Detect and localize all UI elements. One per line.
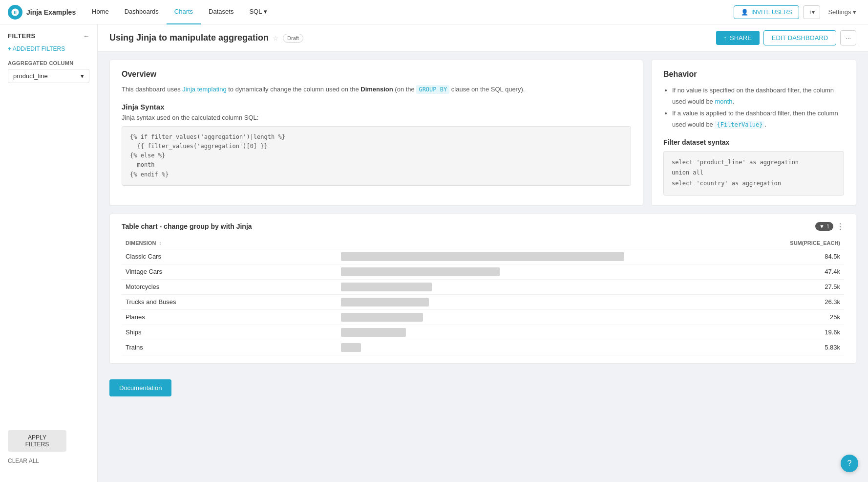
filter-dataset-code: select 'product_line' as aggregation uni…	[663, 151, 844, 196]
dashboard-header: Using Jinja to manipulate aggregation ☆ …	[98, 24, 868, 52]
nav-items: Home Dashboards Charts Datasets SQL ▾	[84, 0, 734, 24]
cell-label: Trains	[122, 340, 337, 355]
cell-value: 5.83k	[630, 340, 844, 355]
apply-filters-button[interactable]: APPLY FILTERS	[8, 430, 66, 452]
chart-actions: ▼ 1 ⋮	[815, 222, 844, 231]
behavior-title: Behavior	[663, 70, 844, 79]
cell-bar	[337, 279, 630, 294]
add-button[interactable]: +▾	[803, 5, 820, 19]
cell-label: Classic Cars	[122, 249, 337, 264]
app-logo[interactable]	[8, 5, 22, 20]
chevron-down-icon: ▾	[81, 72, 84, 80]
cell-value: 26.3k	[630, 294, 844, 309]
settings-button[interactable]: Settings ▾	[824, 5, 860, 19]
cell-label: Ships	[122, 325, 337, 340]
cell-bar	[337, 309, 630, 325]
bar-visual	[341, 313, 423, 322]
data-table: dimension ↕ SUM(price_each) Classic Cars…	[122, 237, 844, 355]
aggregated-column-select[interactable]: product_line ▾	[8, 69, 89, 83]
add-edit-filters-link[interactable]: + ADD/EDIT FILTERS	[8, 45, 89, 52]
top-navigation: Jinja Examples Home Dashboards Charts Da…	[0, 0, 868, 24]
documentation-button[interactable]: Documentation	[109, 379, 171, 396]
nav-datasets[interactable]: Datasets	[201, 0, 241, 24]
top-row: Overview This dashboard uses Jinja templ…	[109, 60, 856, 206]
more-options-button[interactable]: ···	[840, 30, 856, 45]
col-bar	[337, 237, 630, 249]
sort-icon[interactable]: ↕	[159, 241, 161, 246]
invite-users-button[interactable]: 👤 INVITE USERS	[734, 5, 799, 19]
cell-bar	[337, 294, 630, 309]
dashboard-title-row: Using Jinja to manipulate aggregation ☆ …	[109, 33, 303, 43]
chart-title: Table chart - change group by with Jinja	[122, 222, 252, 230]
behavior-list: If no value is specified on the dashboar…	[663, 85, 844, 131]
draft-badge: Draft	[283, 34, 303, 43]
bar-visual	[341, 267, 500, 276]
bar-visual	[341, 252, 624, 261]
jinja-templating-link[interactable]: Jinja templating	[182, 86, 226, 93]
table-row: Planes 25k	[122, 309, 844, 325]
topnav-right: 👤 INVITE USERS +▾ Settings ▾	[734, 5, 860, 19]
table-row: Trucks and Buses 26.3k	[122, 294, 844, 309]
behavior-item-1: If no value is specified on the dashboar…	[672, 85, 844, 108]
table-row: Vintage Cars 47.4k	[122, 264, 844, 279]
table-row: Trains 5.83k	[122, 340, 844, 355]
filter-dataset-title: Filter dataset syntax	[663, 138, 844, 146]
bar-visual	[341, 283, 432, 291]
jinja-code-block: {% if filter_values('aggregation')|lengt…	[122, 126, 631, 186]
filter-value-code: {FilterValue}	[715, 121, 764, 129]
nav-sql[interactable]: SQL ▾	[241, 0, 275, 24]
month-link[interactable]: month	[715, 98, 732, 105]
bar-visual	[341, 328, 406, 337]
nav-charts[interactable]: Charts	[167, 0, 201, 24]
sidebar-bottom: APPLY FILTERS CLEAR ALL	[8, 430, 89, 474]
edit-dashboard-button[interactable]: EDIT DASHBOARD	[763, 30, 836, 45]
collapse-sidebar-icon[interactable]: ←	[83, 32, 89, 40]
col-dimension: dimension ↕	[122, 237, 337, 249]
table-header: dimension ↕ SUM(price_each)	[122, 237, 844, 249]
docs-area: Documentation	[98, 372, 868, 404]
sidebar-header: Filters ←	[8, 32, 89, 40]
sql-dropdown-icon: ▾	[264, 8, 267, 15]
overview-description: This dashboard uses Jinja templating to …	[122, 85, 631, 95]
cell-label: Planes	[122, 309, 337, 325]
aggregated-column-label: Aggregated column	[8, 60, 89, 66]
cell-value: 47.4k	[630, 264, 844, 279]
jinja-syntax-title: Jinja Syntax	[122, 103, 631, 111]
table-row: Motorcycles 27.5k	[122, 279, 844, 294]
cell-value: 25k	[630, 309, 844, 325]
behavior-item-2: If a value is applied to the dashboard f…	[672, 108, 844, 131]
app-name: Jinja Examples	[26, 8, 76, 16]
share-button[interactable]: ↑ SHARE	[716, 31, 760, 45]
star-icon[interactable]: ☆	[273, 34, 279, 42]
group-by-code: GROUP BY	[416, 85, 449, 94]
help-button[interactable]: ?	[841, 455, 858, 472]
behavior-card: Behavior If no value is specified on the…	[651, 60, 856, 206]
table-body: Classic Cars 84.5k Vintage Cars 47.4k Mo…	[122, 249, 844, 355]
content-area: Using Jinja to manipulate aggregation ☆ …	[98, 24, 868, 482]
overview-card: Overview This dashboard uses Jinja templ…	[109, 60, 643, 206]
dashboard-actions: ↑ SHARE EDIT DASHBOARD ···	[716, 30, 856, 45]
cell-value: 27.5k	[630, 279, 844, 294]
jinja-syntax-subtitle: Jinja syntax used on the calculated colu…	[122, 114, 631, 121]
bar-visual	[341, 298, 429, 307]
cell-bar	[337, 249, 630, 264]
cell-label: Motorcycles	[122, 279, 337, 294]
sidebar: Filters ← + ADD/EDIT FILTERS Aggregated …	[0, 24, 98, 482]
chart-more-button[interactable]: ⋮	[836, 222, 844, 231]
nav-home[interactable]: Home	[84, 0, 117, 24]
cell-label: Vintage Cars	[122, 264, 337, 279]
nav-dashboards[interactable]: Dashboards	[117, 0, 167, 24]
clear-all-button[interactable]: CLEAR ALL	[8, 456, 89, 466]
cell-bar	[337, 264, 630, 279]
bar-visual	[341, 343, 361, 352]
cell-label: Trucks and Buses	[122, 294, 337, 309]
main-layout: Filters ← + ADD/EDIT FILTERS Aggregated …	[0, 24, 868, 482]
cell-value: 84.5k	[630, 249, 844, 264]
person-icon: 👤	[741, 9, 748, 16]
cell-value: 19.6k	[630, 325, 844, 340]
chart-header: Table chart - change group by with Jinja…	[122, 222, 844, 231]
dashboard-title: Using Jinja to manipulate aggregation	[109, 33, 269, 43]
table-row: Classic Cars 84.5k	[122, 249, 844, 264]
share-icon: ↑	[724, 34, 727, 42]
table-chart-card: Table chart - change group by with Jinja…	[109, 214, 856, 364]
